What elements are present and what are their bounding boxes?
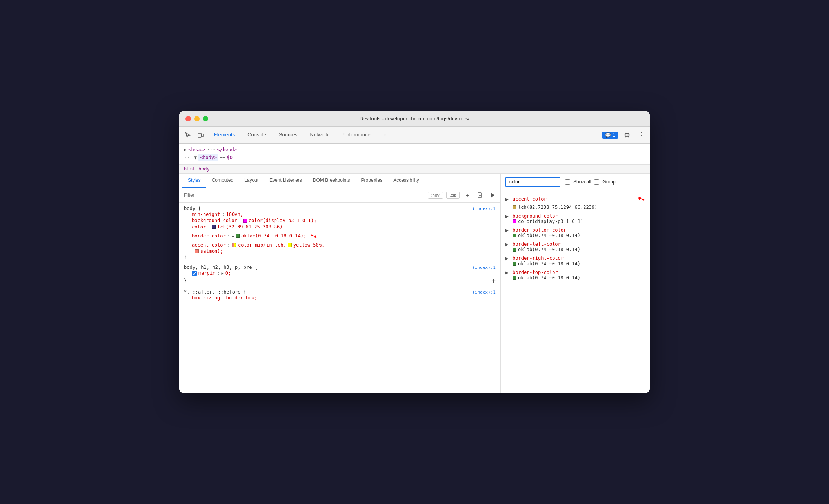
computed-prop-header-accent[interactable]: ▶ accent-color ➘ — [505, 194, 645, 205]
prop-value-border-color[interactable]: oklab(0.74 −0.18 0.14); — [241, 233, 306, 239]
tab-dom-breakpoints[interactable]: DOM Breakpoints — [307, 174, 356, 188]
css-source-index-2[interactable]: (index):1 — [472, 265, 496, 270]
dots-icon: ··· — [184, 155, 193, 160]
expand-arrow-icon[interactable]: ▶ — [184, 147, 187, 152]
comp-prop-name-blc: border-left-color — [513, 241, 561, 247]
add-rule-plus[interactable]: + — [491, 276, 496, 285]
css-selector-universal: *, ::after, ::before { — [184, 289, 246, 295]
css-close-brace-headers: } — [184, 278, 187, 283]
prop-value-box-sizing[interactable]: border-box; — [226, 295, 257, 301]
show-all-label: Show all — [573, 179, 591, 185]
expand-arrow-bbc: ▶ — [505, 228, 510, 232]
right-panel: Show all Group ▶ accent-color ➘ lch — [501, 174, 650, 393]
computed-item-border-top-color: ▶ border-top-color oklab(0.74 −0.18 0.14… — [501, 268, 650, 282]
computed-search-input[interactable] — [505, 177, 560, 187]
new-style-rule-button[interactable] — [475, 190, 485, 200]
tab-properties[interactable]: Properties — [356, 174, 388, 188]
add-style-rule-button[interactable]: + — [463, 190, 472, 200]
margin-checkbox[interactable] — [192, 271, 197, 276]
margin-expand[interactable]: ▶ — [222, 271, 224, 276]
prop-value-accent-color[interactable]: color-mix(in lch, — [238, 242, 286, 248]
css-close-brace-body: } — [184, 254, 187, 260]
inspect-element-button[interactable] — [182, 130, 193, 141]
red-arrow-border: ➘ — [309, 230, 318, 242]
computed-prop-header-bbc[interactable]: ▶ border-bottom-color — [505, 227, 645, 233]
tab-styles[interactable]: Styles — [182, 174, 206, 188]
head-tag[interactable]: <head> — [188, 147, 205, 152]
tab-console[interactable]: Console — [241, 127, 273, 143]
computed-prop-header-blc[interactable]: ▶ border-left-color — [505, 241, 645, 247]
css-styles-panel[interactable]: body { (index):1 min-height : 100vh; bac… — [179, 203, 500, 393]
css-rule-body-headers: body, h1, h2, h3, p, pre { (index):1 mar… — [184, 265, 496, 285]
css-source-index[interactable]: (index):1 — [472, 206, 496, 211]
background-color-swatch[interactable] — [243, 219, 247, 223]
breadcrumb-html[interactable]: html — [184, 166, 195, 172]
prop-name-min-height[interactable]: min-height — [192, 212, 220, 217]
prop-name-box-sizing[interactable]: box-sizing — [192, 295, 220, 301]
minimize-button[interactable] — [194, 116, 200, 121]
accent-computed-swatch[interactable] — [513, 205, 516, 209]
close-button[interactable] — [185, 116, 191, 121]
css-rule-universal-properties: box-sizing : border-box; — [184, 295, 496, 301]
accent-color-mix-swatch[interactable] — [232, 243, 236, 247]
prop-name-accent-color[interactable]: accent-color — [192, 242, 226, 248]
expand-arrow-brc: ▶ — [505, 256, 510, 261]
tab-event-listeners[interactable]: Event Listeners — [264, 174, 307, 188]
comp-prop-name-bbc: border-bottom-color — [513, 227, 566, 233]
cls-button[interactable]: .cls — [446, 192, 460, 199]
expand-arrow-bg: ▶ — [505, 214, 510, 218]
border-color-expand[interactable]: ▶ — [232, 234, 234, 238]
color-swatch[interactable] — [212, 225, 216, 229]
body-selected-element[interactable]: <body> — [198, 154, 218, 161]
prop-name-color[interactable]: color — [192, 224, 206, 230]
computed-item-border-bottom-color: ▶ border-bottom-color oklab(0.74 −0.18 0… — [501, 226, 650, 240]
chat-icon: 💬 — [605, 132, 611, 138]
prop-name-margin[interactable]: margin — [198, 270, 215, 276]
tab-more[interactable]: » — [377, 127, 392, 143]
border-color-swatch[interactable] — [236, 234, 240, 238]
tab-sources[interactable]: Sources — [273, 127, 304, 143]
tab-accessibility[interactable]: Accessibility — [388, 174, 424, 188]
brc-computed-swatch[interactable] — [513, 262, 516, 266]
tab-elements[interactable]: Elements — [207, 127, 241, 143]
settings-button[interactable]: ⚙ — [622, 130, 633, 141]
breadcrumb-body[interactable]: body — [198, 166, 210, 172]
body-tag: <body> — [200, 155, 217, 160]
dollar-zero: $0 — [227, 155, 233, 160]
bbc-computed-swatch[interactable] — [513, 234, 516, 237]
hov-button[interactable]: :hov — [428, 192, 443, 199]
prop-value-color[interactable]: lch(32.39 61.25 308.86); — [217, 224, 285, 230]
show-all-checkbox[interactable] — [565, 179, 570, 185]
tab-network[interactable]: Network — [304, 127, 335, 143]
tab-computed[interactable]: Computed — [206, 174, 239, 188]
maximize-button[interactable] — [203, 116, 208, 121]
prop-name-background-color[interactable]: background-color — [192, 218, 237, 223]
group-checkbox[interactable] — [594, 179, 599, 185]
btc-computed-swatch[interactable] — [513, 276, 516, 280]
prop-value-background-color[interactable]: color(display-p3 1 0 1); — [249, 218, 316, 223]
collapse-arrow-icon[interactable]: ▼ — [194, 155, 197, 160]
computed-prop-header-bg[interactable]: ▶ background-color — [505, 213, 645, 219]
salmon-swatch[interactable] — [195, 249, 199, 253]
computed-prop-header-brc[interactable]: ▶ border-right-color — [505, 256, 645, 261]
tab-layout[interactable]: Layout — [239, 174, 264, 188]
expand-arrow-blc: ▶ — [505, 242, 510, 247]
svg-marker-5 — [491, 193, 494, 198]
bg-computed-swatch[interactable] — [513, 219, 516, 223]
computed-list[interactable]: ▶ accent-color ➘ lch(82.7238 75.1294 66.… — [501, 190, 650, 393]
device-mode-button[interactable] — [195, 130, 206, 141]
tab-performance[interactable]: Performance — [335, 127, 376, 143]
computed-prop-header-btc[interactable]: ▶ border-top-color — [505, 270, 645, 275]
toggle-element-state-button[interactable] — [488, 190, 497, 200]
prop-name-border-color[interactable]: border-color — [192, 233, 226, 239]
css-source-index-3[interactable]: (index):1 — [472, 290, 496, 295]
prop-value-margin[interactable]: 0; — [225, 270, 231, 276]
prop-value-min-height[interactable]: 100vh; — [226, 212, 243, 217]
expand-arrow-btc: ▶ — [505, 270, 510, 275]
more-options-button[interactable]: ⋮ — [636, 130, 647, 141]
blc-computed-swatch[interactable] — [513, 248, 516, 252]
css-prop-accent-color-cont: salmon); — [192, 248, 496, 254]
filter-input[interactable] — [182, 192, 425, 199]
yellow-swatch[interactable] — [288, 243, 292, 247]
notification-badge[interactable]: 💬 1 — [602, 132, 618, 139]
